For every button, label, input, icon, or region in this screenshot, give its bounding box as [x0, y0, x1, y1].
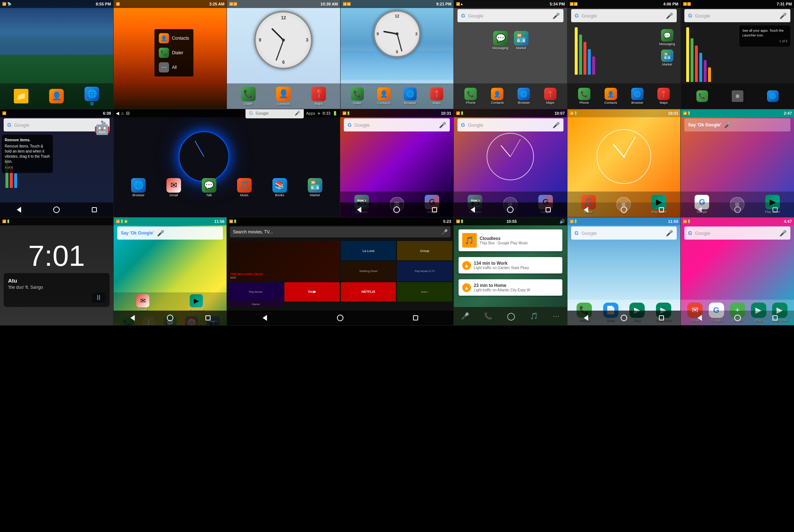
nav-card-1[interactable]: ▲ 134 min to Work Light traffic on Garde… — [459, 257, 562, 273]
screen-r1c6[interactable]: 📶📶 4:06 PM G Google 🎤 💬 Mes — [567, 0, 681, 109]
nav-home-r2c4[interactable] — [505, 204, 516, 215]
nav-home-r3c3[interactable] — [335, 312, 346, 323]
launcher-r1c7[interactable]: ⊞ — [732, 90, 743, 102]
movie-hulumax[interactable]: hulu+ — [397, 282, 452, 302]
search-bar-r2c4[interactable]: G Google 🎤 — [457, 118, 563, 131]
menu-all[interactable]: ⋯ All — [154, 60, 193, 75]
search-bar-r2c2[interactable]: G Google 🎤 — [245, 109, 304, 118]
dock-dialer-r1c3[interactable]: 📞 Dialer — [241, 87, 256, 106]
screen-r2c6[interactable]: 📶🔋 2:47 Say 'Ok Google' 🎤 G Google ⊞ ▶ P… — [681, 109, 794, 217]
contacts-r1c5[interactable]: 👤 Contacts — [491, 88, 504, 105]
back-r2c2[interactable]: ◀ — [116, 111, 119, 116]
movie-group[interactable]: Group — [397, 241, 452, 260]
dock-contacts-r1c4[interactable]: 👤 Contacts — [377, 87, 390, 105]
playstore-r3c2[interactable]: ▶ Play Store — [189, 294, 204, 312]
dock-maps-r1c4[interactable]: 📍 Maps — [430, 87, 443, 105]
market-r2c2[interactable]: 🏪 Market — [308, 178, 322, 197]
search-bar-r2c6[interactable]: Say 'Ok Google' 🎤 — [684, 118, 790, 131]
dock-contacts-r1c3[interactable]: 👤 Contacts — [276, 87, 291, 106]
mic-r2c3[interactable]: 🎤 — [439, 122, 446, 129]
screen-r2c4[interactable]: 📶🔋 10:07 G Google 🎤 📷 Camera ⊞ — [454, 109, 567, 217]
browser-r1c5[interactable]: 🌐 Browser — [518, 88, 530, 105]
nav-back-r3c2[interactable] — [127, 312, 138, 323]
screen-r1c1[interactable]: 📶 📡 8:55 PM 📁 👤 🌐 🌐 — [0, 0, 114, 109]
nav-home-r3c5[interactable] — [618, 312, 629, 323]
messaging-r1c6[interactable]: 💬 Messaging — [659, 29, 675, 46]
mic-r2c2[interactable]: 🎤 — [295, 111, 300, 116]
nav-recent-r2c5[interactable] — [656, 204, 667, 215]
messaging-icon-r1c5[interactable]: 💬 Messaging — [492, 31, 508, 50]
nav-back-r3c3[interactable] — [259, 312, 270, 323]
screen-r3c6[interactable]: 📶🔋 4:47 G Google 🎤 ✉ Gmail G Google — [681, 217, 794, 325]
talk-r2c2[interactable]: 💬 Talk — [202, 178, 216, 197]
dock-dialer-r1c4[interactable]: 📞 Dialer — [351, 87, 364, 105]
recent-r2c2[interactable]: ⊟ — [126, 111, 130, 116]
screen-r3c3[interactable]: 📶🔋 5:23 Search movies, TV... 🎤 THE WALKI… — [227, 217, 453, 325]
browser-r1c6[interactable]: 🌐 Browser — [631, 88, 644, 105]
nav-recent-r3c5[interactable] — [656, 312, 667, 323]
phone-r1c5[interactable]: 📞 Phone — [464, 88, 477, 105]
nav-home-r2c6[interactable] — [732, 204, 743, 215]
mic-icon-r1c7[interactable]: 🎤 — [779, 12, 787, 19]
screen-r3c5[interactable]: 📶🔋 11:55 G Google 🎤 📞 Phone 📄 Docs — [567, 217, 681, 325]
nav-back-r3c6[interactable] — [694, 312, 705, 323]
movie-play-tv[interactable]: Play Movies & TV — [397, 261, 452, 281]
movie-wd2[interactable]: Walking Dead — [341, 261, 396, 281]
menu-contacts[interactable]: 👤 Contacts — [154, 31, 193, 46]
phone-r1c7[interactable]: 📞 — [696, 90, 708, 102]
home-r2c2[interactable]: ⌂ — [121, 111, 124, 116]
browser-r2c2[interactable]: 🌐 Browser — [131, 178, 146, 197]
maps-r1c5[interactable]: 📍 Maps — [544, 88, 557, 105]
nav-recent-r3c2[interactable] — [203, 312, 213, 323]
screen-r3c2[interactable]: 📶🔋⭐ 11:56 Say 'Ok Google' 🎤 ✉ Gmail ▶ Pl… — [114, 217, 227, 325]
nav-recent-r3c6[interactable] — [770, 312, 781, 323]
search-bar-r3c6[interactable]: G Google 🎤 — [684, 226, 790, 240]
nav-home-r2c1[interactable] — [51, 204, 62, 215]
screen-r3c1[interactable]: 📶🔋 7:01 Atu 'the duo' ft. Sango ⏸ — [0, 217, 114, 325]
screen-r1c7[interactable]: 📶📶 7:31 PM G Google 🎤 See all your apps.… — [681, 0, 794, 109]
menu-dialer[interactable]: 📞 Dialer — [154, 46, 193, 60]
home-bottom[interactable]: ◯ — [507, 312, 515, 320]
dock-maps-r1c3[interactable]: 📍 Maps — [311, 87, 326, 106]
mic-icon-r1c6[interactable]: 🎤 — [666, 12, 673, 19]
nav-back-r2c1[interactable] — [13, 204, 24, 215]
nav-home-r3c2[interactable] — [165, 312, 176, 323]
globe-r1c7[interactable]: 🌐 — [767, 90, 779, 102]
music-card[interactable]: 🎵 Cloudless Thijs Bos · Google Play Musi… — [459, 229, 562, 251]
nav-back-r2c6[interactable] — [694, 204, 705, 215]
nav-back-r2c4[interactable] — [467, 204, 478, 215]
books-r2c2[interactable]: 📚 Books — [272, 178, 287, 197]
mic-bottom[interactable]: 🎤 — [461, 312, 469, 320]
screen-r2c1[interactable]: 📶 6:39 G Google 🎤 Remove items. Remove i… — [0, 109, 114, 217]
dock-contacts[interactable]: 👤 — [49, 89, 64, 103]
nav-home-r2c5[interactable] — [618, 204, 629, 215]
dock-folder[interactable]: 📁 — [14, 89, 28, 103]
dock-browser[interactable]: 🌐 🌐 — [84, 87, 99, 106]
music-r2c2[interactable]: 🎵 Music — [237, 178, 252, 197]
nav-back-r2c3[interactable] — [354, 204, 365, 215]
screen-r2c3[interactable]: 📶🔋 10:31 G Google 🎤 📷 Camera ⊞ G — [340, 109, 454, 217]
mic-icon-r1c5[interactable]: 🎤 — [553, 12, 560, 19]
search-bar-r1c6[interactable]: G Google 🎤 — [571, 9, 677, 22]
nav-recent-r2c6[interactable] — [770, 204, 781, 215]
gmail-r3c2[interactable]: ✉ Gmail — [136, 294, 149, 312]
screen-r3c4[interactable]: 📶🔋 10:55 🔊 🎵 Cloudless Thijs Bos · Googl… — [454, 217, 567, 325]
nav-back-r2c5[interactable] — [581, 204, 591, 215]
music-bottom[interactable]: 🎵 — [530, 312, 538, 320]
gmail-r2c2[interactable]: ✉ Gmail — [166, 178, 181, 197]
nav-home-r2c3[interactable] — [391, 204, 402, 215]
search-bar-r2c3[interactable]: G Google 🎤 — [344, 118, 450, 131]
phone-bottom[interactable]: 📞 — [484, 312, 492, 320]
screen-r2c5[interactable]: 📶🔋 10:31 🎵 Music ⊞ ▶ Play — [567, 109, 681, 217]
market-r1c6[interactable]: 🏪 Market — [659, 50, 675, 66]
nav-recent-r2c4[interactable] — [543, 204, 554, 215]
nav-recent-r3c3[interactable] — [410, 312, 421, 323]
mic-r2c6[interactable]: 🎤 — [724, 122, 731, 129]
maps-r1c6[interactable]: 📍 Maps — [657, 88, 670, 105]
movie-la-luna[interactable]: La Luna — [341, 241, 396, 260]
market-icon-r1c5[interactable]: 🏪 Market — [514, 31, 528, 50]
search-bar-r3c2[interactable]: Say 'Ok Google' 🎤 — [117, 226, 223, 240]
add-r2c2[interactable]: + — [318, 110, 321, 116]
screen-r1c2[interactable]: 📶 3:25 AM 👤 Contacts 📞 Dialer ⋯ All — [114, 0, 227, 109]
contacts-r1c6[interactable]: 👤 Contacts — [604, 88, 617, 105]
